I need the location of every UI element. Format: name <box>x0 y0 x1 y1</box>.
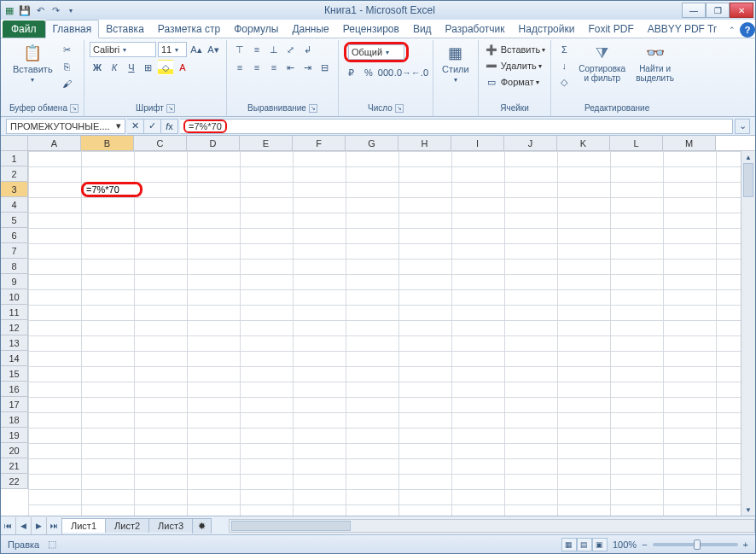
new-sheet-icon[interactable]: ✸ <box>192 518 212 534</box>
name-box[interactable]: ПРОМЕЖУТОЧНЫЕ.... ▾ <box>6 119 125 134</box>
column-header-e[interactable]: E <box>240 136 293 150</box>
row-header-15[interactable]: 15 <box>1 366 28 382</box>
clipboard-dialog-icon[interactable]: ↘ <box>70 104 79 113</box>
column-header-i[interactable]: I <box>451 136 504 150</box>
tab-file[interactable]: Файл <box>3 20 45 38</box>
zoom-level[interactable]: 100% <box>613 539 637 550</box>
font-size-combo[interactable]: 11▾ <box>158 42 187 57</box>
align-center-icon[interactable]: ≡ <box>249 60 265 75</box>
column-header-h[interactable]: H <box>398 136 451 150</box>
percent-icon[interactable]: % <box>361 65 376 80</box>
sheet-prev-icon[interactable]: ◀ <box>16 517 32 534</box>
tab-formulas[interactable]: Формулы <box>227 20 285 38</box>
sort-filter-button[interactable]: ⧩ Сортировка и фильтр <box>575 42 629 85</box>
comma-icon[interactable]: 000 <box>378 65 393 80</box>
find-select-button[interactable]: 👓 Найти и выделить <box>632 42 677 85</box>
row-header-17[interactable]: 17 <box>1 397 28 412</box>
font-color-icon[interactable]: A <box>175 60 190 75</box>
tab-home[interactable]: Главная <box>45 20 100 38</box>
page-break-view-icon[interactable]: ▣ <box>592 538 608 551</box>
decrease-indent-icon[interactable]: ⇤ <box>283 60 299 75</box>
increase-indent-icon[interactable]: ⇥ <box>300 60 316 75</box>
zoom-slider[interactable] <box>653 543 738 546</box>
row-header-9[interactable]: 9 <box>1 274 28 289</box>
vertical-scrollbar[interactable]: ▲ ▼ <box>741 151 755 516</box>
minimize-button[interactable]: — <box>682 3 706 18</box>
orientation-icon[interactable]: ⤢ <box>283 42 299 57</box>
sheet-first-icon[interactable]: ⏮ <box>1 517 16 534</box>
close-button[interactable]: ✕ <box>730 3 753 18</box>
column-header-a[interactable]: A <box>28 136 81 150</box>
row-header-4[interactable]: 4 <box>1 197 28 213</box>
row-header-7[interactable]: 7 <box>1 243 28 259</box>
tab-addins[interactable]: Надстройки <box>512 20 582 38</box>
tab-layout[interactable]: Разметка стр <box>151 20 227 38</box>
qat-more-icon[interactable]: ▾ <box>64 3 78 17</box>
bold-button[interactable]: Ж <box>90 60 105 75</box>
border-icon[interactable]: ⊞ <box>141 60 156 75</box>
fx-icon[interactable]: fx <box>161 119 178 134</box>
cells-insert-button[interactable]: ➕Вставить▾ <box>484 42 546 57</box>
sheet-next-icon[interactable]: ▶ <box>32 517 47 534</box>
column-header-g[interactable]: G <box>346 136 398 150</box>
row-header-1[interactable]: 1 <box>1 151 28 166</box>
select-all-corner[interactable] <box>1 136 28 150</box>
row-header-20[interactable]: 20 <box>1 443 28 458</box>
column-header-j[interactable]: J <box>504 136 557 150</box>
tab-data[interactable]: Данные <box>285 20 335 38</box>
zoom-thumb[interactable] <box>694 539 701 550</box>
save-icon[interactable]: 💾 <box>18 3 32 17</box>
number-format-combo[interactable]: Общий▾ <box>348 44 404 60</box>
tab-insert[interactable]: Вставка <box>99 20 151 38</box>
help-icon[interactable]: ? <box>740 22 755 38</box>
expand-formula-icon[interactable]: ⌄ <box>735 119 750 134</box>
horizontal-scrollbar[interactable] <box>229 519 755 533</box>
cell-editor[interactable] <box>86 184 137 195</box>
decrease-decimal-icon[interactable]: ←.0 <box>412 65 427 80</box>
row-header-22[interactable]: 22 <box>1 474 28 489</box>
namebox-dropdown-icon[interactable]: ▾ <box>116 120 121 131</box>
currency-icon[interactable]: ₽ <box>344 65 359 80</box>
align-left-icon[interactable]: ≡ <box>232 60 247 75</box>
column-header-k[interactable]: K <box>557 136 610 150</box>
ribbon-minimize-icon[interactable]: ⌃ <box>724 22 740 38</box>
row-header-13[interactable]: 13 <box>1 335 28 351</box>
align-top-icon[interactable]: ⊤ <box>232 42 247 57</box>
enter-formula-icon[interactable]: ✓ <box>144 119 161 134</box>
cut-icon[interactable]: ✂ <box>60 42 75 57</box>
row-header-8[interactable]: 8 <box>1 259 28 274</box>
row-header-3[interactable]: 3 <box>1 182 28 197</box>
align-dialog-icon[interactable]: ↘ <box>309 104 317 113</box>
sheet-tab-3[interactable]: Лист3 <box>148 518 193 533</box>
align-middle-icon[interactable]: ≡ <box>249 42 265 57</box>
tab-developer[interactable]: Разработчик <box>439 20 512 38</box>
row-header-6[interactable]: 6 <box>1 228 28 243</box>
wrap-text-icon[interactable]: ↲ <box>300 42 316 57</box>
row-header-16[interactable]: 16 <box>1 382 28 397</box>
row-header-12[interactable]: 12 <box>1 320 28 335</box>
decrease-font-icon[interactable]: A▾ <box>206 42 221 57</box>
tab-foxit[interactable]: Foxit PDF <box>581 20 640 38</box>
row-header-10[interactable]: 10 <box>1 289 28 305</box>
row-header-19[interactable]: 19 <box>1 428 28 443</box>
row-header-5[interactable]: 5 <box>1 213 28 228</box>
sheet-last-icon[interactable]: ⏭ <box>47 517 62 534</box>
autosum-icon[interactable]: Σ <box>556 42 572 57</box>
cells-area[interactable] <box>28 151 741 516</box>
styles-button[interactable]: ▦ Стили ▾ <box>439 42 473 85</box>
tab-review[interactable]: Рецензиров <box>336 20 406 38</box>
copy-icon[interactable]: ⎘ <box>60 59 75 74</box>
merge-icon[interactable]: ⊟ <box>317 60 333 75</box>
font-dialog-icon[interactable]: ↘ <box>166 104 175 113</box>
clear-icon[interactable]: ◇ <box>556 74 572 90</box>
cancel-formula-icon[interactable]: ✕ <box>127 119 144 134</box>
font-name-combo[interactable]: Calibri▾ <box>90 42 156 57</box>
column-header-f[interactable]: F <box>293 136 346 150</box>
row-header-2[interactable]: 2 <box>1 166 28 182</box>
row-header-18[interactable]: 18 <box>1 412 28 428</box>
formula-input[interactable]: =7%*70 <box>180 119 733 134</box>
increase-font-icon[interactable]: A▴ <box>189 42 204 57</box>
row-header-14[interactable]: 14 <box>1 351 28 366</box>
tab-abbyy[interactable]: ABBYY PDF Tr <box>641 20 724 38</box>
undo-icon[interactable]: ↶ <box>33 3 47 17</box>
